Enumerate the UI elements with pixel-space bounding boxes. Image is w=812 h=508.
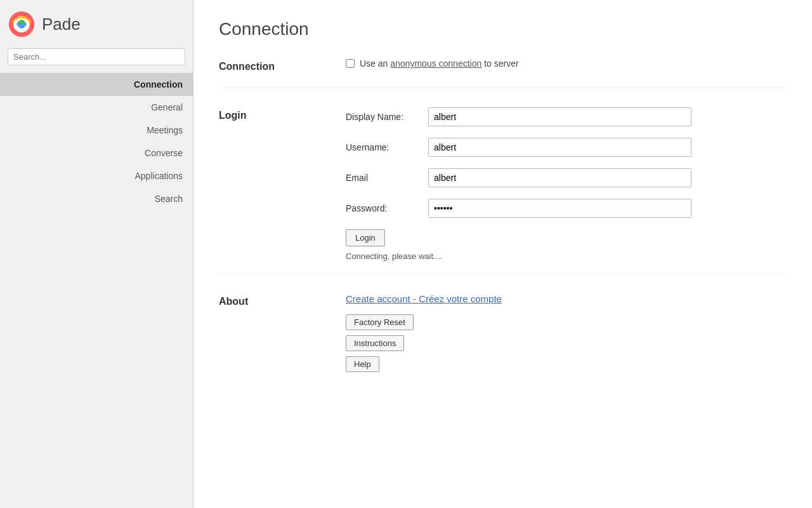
display-name-row: Display Name:: [346, 107, 787, 126]
search-container: [0, 46, 193, 72]
about-section-label: About: [219, 293, 346, 377]
connection-section-content: Use an anonymous connection to server: [346, 58, 787, 75]
password-input[interactable]: [428, 199, 691, 218]
login-section-content: Display Name: Username: Email Password: …: [346, 107, 787, 261]
about-section-content: Create account - Créez votre compte Fact…: [346, 293, 787, 377]
username-row: Username:: [346, 138, 787, 157]
sidebar-item-converse[interactable]: Converse: [0, 142, 193, 164]
help-button[interactable]: Help: [346, 356, 379, 372]
email-input[interactable]: [428, 168, 691, 187]
username-label: Username:: [346, 142, 428, 152]
sidebar-item-search[interactable]: Search: [0, 187, 193, 210]
instructions-button[interactable]: Instructions: [346, 335, 404, 351]
sidebar-item-general[interactable]: General: [0, 96, 193, 119]
about-section: About Create account - Créez votre compt…: [219, 293, 787, 390]
display-name-input[interactable]: [428, 107, 691, 126]
connection-section: Connection Use an anonymous connection t…: [219, 58, 787, 88]
factory-reset-button[interactable]: Factory Reset: [346, 314, 414, 330]
eelo-logo: [8, 10, 36, 38]
username-input[interactable]: [428, 138, 691, 157]
login-button[interactable]: Login: [346, 229, 385, 246]
sidebar-item-meetings[interactable]: Meetings: [0, 119, 193, 142]
anonymous-connection-label: Use an anonymous connection to server: [360, 58, 519, 69]
anonymous-connection-checkbox[interactable]: [346, 59, 355, 68]
connecting-text: Connecting, please wait....: [346, 251, 787, 261]
anonymous-connection-row: Use an anonymous connection to server: [346, 58, 787, 69]
email-row: Email: [346, 168, 787, 187]
sidebar-item-connection[interactable]: Connection: [0, 73, 193, 96]
sidebar: Pade Connection General Meetings Convers…: [0, 0, 193, 508]
search-input[interactable]: [8, 48, 185, 65]
login-section-label: Login: [219, 107, 346, 261]
create-account-link[interactable]: Create account - Créez votre compte: [346, 293, 787, 304]
main-content: Connection Connection Use an anonymous c…: [193, 0, 812, 508]
display-name-label: Display Name:: [346, 112, 428, 122]
page-title: Connection: [219, 19, 787, 39]
email-label: Email: [346, 173, 428, 183]
login-section: Login Display Name: Username: Email Pass…: [219, 107, 787, 274]
connection-section-label: Connection: [219, 58, 346, 75]
password-row: Password:: [346, 199, 787, 218]
sidebar-item-applications[interactable]: Applications: [0, 164, 193, 187]
app-title: Pade: [42, 15, 81, 34]
password-label: Password:: [346, 203, 428, 213]
sidebar-header: Pade: [0, 0, 193, 46]
nav-list: Connection General Meetings Converse App…: [0, 73, 193, 210]
